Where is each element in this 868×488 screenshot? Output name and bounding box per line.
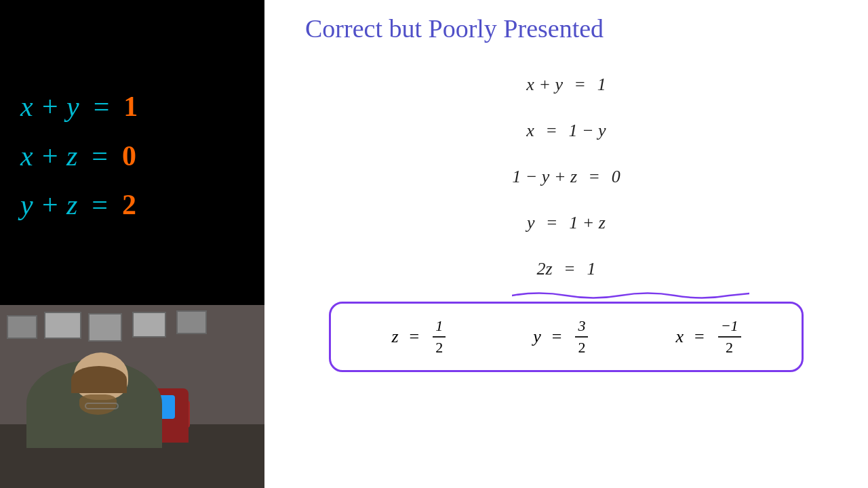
right-panel: Correct but Poorly Presented x + y = 1 x… <box>264 0 868 488</box>
slide-content: x + y = 1 x = 1 − y 1 − y + z = 0 y = 1 … <box>305 57 827 468</box>
ans-y-var: y <box>533 327 541 347</box>
step2-rhs: 1 − y <box>569 121 606 141</box>
left-eq-1: x + y = 1 <box>20 88 138 125</box>
squiggle-decoration <box>512 289 749 302</box>
step-2: x = 1 − y <box>526 115 606 146</box>
ans-z-var: z <box>391 327 398 347</box>
step-5: 2z = 1 <box>537 253 596 284</box>
ans-y-numerator: 3 <box>575 317 588 338</box>
step3-lhs: 1 − y + z <box>512 167 577 187</box>
left-eq3-rhs: 2 <box>122 189 136 220</box>
ans-y-eq: = <box>552 327 562 347</box>
glasses <box>85 403 119 409</box>
left-eq-3: y + z = 2 <box>20 186 136 224</box>
frame-4 <box>132 312 166 338</box>
step1-rhs: 1 <box>597 75 606 95</box>
step-4: y = 1 + z <box>527 207 606 238</box>
room-background <box>0 305 264 488</box>
answer-z: z = 1 2 <box>391 317 446 357</box>
ans-x-var: x <box>675 327 684 347</box>
answer-x: x = −1 2 <box>675 317 741 357</box>
step5-rhs: 1 <box>587 259 595 279</box>
left-eq2-lhs: x + z <box>20 140 77 171</box>
answer-box-container: z = 1 2 y = 3 2 <box>329 302 804 372</box>
step1-lhs: x + y <box>526 75 563 95</box>
step2-equals: = <box>547 121 557 141</box>
step1-equals: = <box>575 75 585 95</box>
step5-lhs: 2z <box>537 259 553 279</box>
answer-box: z = 1 2 y = 3 2 <box>329 302 804 372</box>
frame-3 <box>88 313 122 342</box>
ans-y-fraction: 3 2 <box>575 317 588 357</box>
left-eq1-lhs: x + y <box>20 91 79 122</box>
step3-equals: = <box>589 167 599 187</box>
step-3: 1 − y + z = 0 <box>512 161 620 192</box>
ans-z-eq: = <box>410 327 420 347</box>
left-panel: x + y = 1 x + z = 0 y + z = 2 <box>0 0 264 488</box>
left-eq2-rhs: 0 <box>122 140 136 171</box>
step2-lhs: x <box>526 121 534 141</box>
step4-lhs: y <box>527 213 535 233</box>
webcam-area <box>0 305 264 488</box>
left-eq3-lhs: y + z <box>20 189 77 220</box>
left-eq1-op: = <box>86 91 123 122</box>
step4-rhs: 1 + z <box>569 213 606 233</box>
step4-equals: = <box>547 213 557 233</box>
step-1: x + y = 1 <box>526 69 606 100</box>
ans-y-denominator: 2 <box>575 338 588 357</box>
webcam-background <box>0 305 264 488</box>
slide-title: Correct but Poorly Presented <box>305 14 827 43</box>
ans-x-fraction: −1 2 <box>718 317 741 357</box>
frame-2 <box>44 312 81 339</box>
left-eq2-op: = <box>85 140 122 171</box>
ans-x-denominator: 2 <box>723 338 736 357</box>
ans-x-numerator: −1 <box>718 317 741 338</box>
left-eq3-op: = <box>85 189 122 220</box>
left-equations: x + y = 1 x + z = 0 y + z = 2 <box>0 0 264 305</box>
left-eq1-rhs: 1 <box>123 91 138 122</box>
ans-x-eq: = <box>694 327 705 347</box>
left-eq-2: x + z = 0 <box>20 138 136 175</box>
step5-equals: = <box>565 259 575 279</box>
ans-z-denominator: 2 <box>433 338 446 357</box>
frame-1 <box>7 315 37 339</box>
ans-z-fraction: 1 2 <box>433 317 446 357</box>
step3-rhs: 0 <box>612 167 620 187</box>
ans-z-numerator: 1 <box>433 317 446 338</box>
answer-y: y = 3 2 <box>533 317 588 357</box>
person-hair <box>71 366 127 393</box>
frame-5 <box>176 310 207 334</box>
